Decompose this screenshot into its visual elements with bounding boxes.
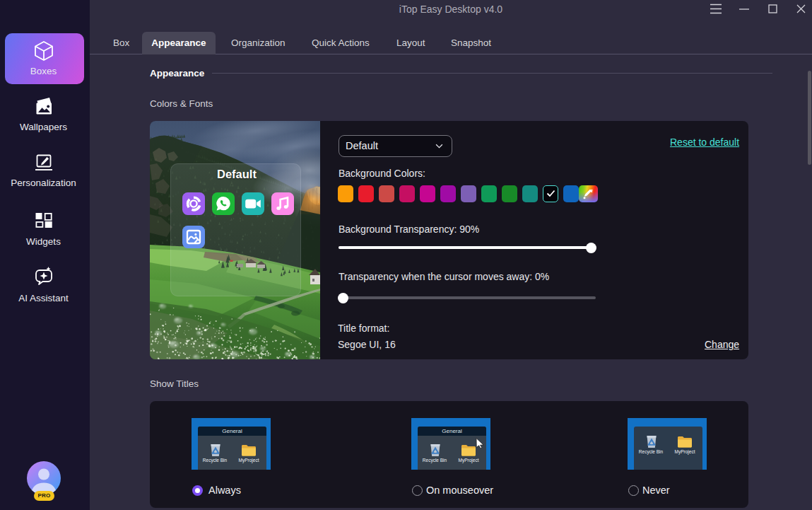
svg-text:Default: Default xyxy=(217,168,257,180)
